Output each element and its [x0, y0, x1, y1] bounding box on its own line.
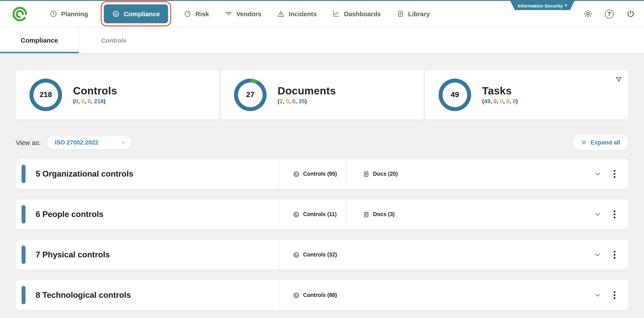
expand-row-chevron-icon[interactable]	[594, 171, 601, 177]
nav-item-library[interactable]: Library	[397, 10, 430, 17]
section-color-bar	[22, 286, 26, 304]
context-switcher-ribbon[interactable]: Information Security ▾	[510, 1, 574, 10]
view-toolbar: View as: ISO 27002:2022 Expand all	[16, 134, 628, 150]
summary-card-documents[interactable]: 27 Documents (2, 0, 0, 25)	[220, 70, 424, 120]
line-chart-icon	[332, 10, 340, 17]
app: Planning Compliance	[0, 0, 644, 318]
expand-all-button[interactable]: Expand all	[573, 134, 628, 150]
section-row-technological[interactable]: 8 Technological controls Controls (88)	[16, 280, 628, 310]
breakdown-value: 0	[88, 98, 91, 104]
gear-icon[interactable]	[583, 9, 592, 18]
warning-triangle-icon	[277, 10, 285, 17]
risk-gauge-icon	[184, 10, 192, 17]
controls-seal-icon	[293, 251, 300, 258]
section-controls-link[interactable]: Controls (32)	[280, 240, 346, 270]
section-controls-link[interactable]: Controls (11)	[280, 199, 346, 229]
section-title: 8 Technological controls	[36, 290, 131, 300]
expand-all-label: Expand all	[590, 139, 620, 146]
nav-item-dashboards[interactable]: Dashboards	[332, 10, 381, 17]
breakdown-value: 0	[500, 98, 503, 104]
tab-compliance[interactable]: Compliance	[0, 27, 79, 53]
summary-cards: 218 Controls (0, 0, 0, 218) 27 Documents…	[16, 70, 628, 120]
summary-card-controls[interactable]: 218 Controls (0, 0, 0, 218)	[16, 70, 219, 120]
nav-item-risk[interactable]: Risk	[184, 10, 209, 17]
breakdown-value: 0	[75, 98, 78, 104]
nav-label: Risk	[196, 10, 209, 17]
breakdown-value: 0	[494, 98, 497, 104]
breakdown-value: 218	[94, 98, 104, 104]
section-color-bar	[22, 246, 26, 264]
breakdown-value: 25	[299, 98, 305, 104]
controls-seal-icon	[293, 211, 300, 218]
tab-controls[interactable]: Controls	[79, 27, 126, 53]
eramba-logo[interactable]	[11, 5, 28, 23]
nav-label: Library	[408, 10, 430, 17]
section-controls-link[interactable]: Controls (95)	[280, 159, 346, 189]
clock-icon	[50, 10, 57, 17]
controls-seal-icon	[293, 171, 300, 177]
view-as-label: View as:	[16, 139, 41, 146]
card-title: Documents	[278, 85, 336, 97]
nav-label: Compliance	[124, 10, 160, 17]
section-docs-link[interactable]: Docs (20)	[346, 159, 398, 189]
breakdown-value: 0	[286, 98, 289, 104]
section-color-bar	[22, 165, 26, 183]
docs-count: Docs (3)	[373, 211, 395, 217]
documents-donut-chart: 27	[234, 79, 266, 111]
power-icon[interactable]	[626, 9, 635, 18]
compliance-icon	[112, 10, 120, 17]
control-sections-list: 5 Organizational controls Controls (95)	[16, 159, 628, 310]
controls-seal-icon	[293, 292, 300, 299]
chevron-down-icon	[121, 140, 126, 145]
card-title: Controls	[73, 85, 117, 97]
card-breakdown: (2, 0, 0, 25)	[278, 98, 336, 104]
row-menu-kebab-icon[interactable]	[612, 209, 618, 220]
section-controls-link[interactable]: Controls (88)	[280, 280, 346, 310]
docs-count: Docs (20)	[373, 171, 398, 177]
row-menu-kebab-icon[interactable]	[612, 249, 618, 260]
main-content: 218 Controls (0, 0, 0, 218) 27 Documents…	[0, 70, 644, 310]
nav-label: Dashboards	[344, 10, 381, 17]
breakdown-value: 49	[484, 98, 490, 104]
nav-item-incidents[interactable]: Incidents	[277, 10, 317, 17]
row-menu-kebab-icon[interactable]	[612, 168, 618, 180]
row-menu-kebab-icon[interactable]	[612, 290, 618, 301]
handshake-icon	[225, 10, 232, 17]
controls-count: Controls (88)	[303, 292, 337, 298]
breakdown-value: 0	[506, 98, 510, 104]
top-actions: ?	[583, 9, 635, 18]
document-icon	[397, 10, 404, 17]
tab-label: Compliance	[21, 36, 58, 44]
nav-item-planning[interactable]: Planning	[50, 10, 88, 17]
nav-item-compliance[interactable]: Compliance	[104, 4, 168, 23]
help-glyph: ?	[605, 9, 614, 18]
view-as-value: ISO 27002:2022	[55, 139, 98, 146]
section-title: 7 Physical controls	[36, 250, 110, 260]
context-label: Information Security	[518, 3, 562, 8]
main-nav: Planning Compliance	[50, 4, 430, 23]
tab-label: Controls	[101, 37, 126, 44]
expand-row-chevron-icon[interactable]	[594, 211, 601, 218]
view-as-dropdown[interactable]: ISO 27002:2022	[46, 135, 133, 150]
expand-row-chevron-icon[interactable]	[594, 292, 601, 299]
section-row-organizational[interactable]: 5 Organizational controls Controls (95)	[16, 159, 628, 189]
section-row-people[interactable]: 6 People controls Controls (11)	[16, 199, 628, 229]
top-navigation-bar: Planning Compliance	[0, 1, 644, 27]
donut-value: 49	[442, 83, 467, 107]
controls-count: Controls (32)	[303, 252, 337, 258]
nav-label: Vendors	[236, 10, 261, 17]
expand-row-chevron-icon[interactable]	[594, 251, 601, 258]
nav-item-vendors[interactable]: Vendors	[225, 10, 261, 17]
help-icon[interactable]: ?	[605, 9, 614, 18]
donut-value: 27	[238, 83, 262, 107]
summary-card-tasks[interactable]: 49 Tasks (49, 0, 0, 0, 0)	[425, 70, 628, 120]
section-docs-link[interactable]: Docs (3)	[346, 199, 395, 229]
card-breakdown: (49, 0, 0, 0, 0)	[482, 98, 518, 104]
nav-label: Planning	[61, 10, 88, 17]
breakdown-value: 2	[280, 98, 283, 104]
controls-count: Controls (11)	[303, 211, 337, 217]
breakdown-value: 0	[513, 98, 516, 104]
section-row-physical[interactable]: 7 Physical controls Controls (32)	[16, 240, 628, 270]
filter-icon[interactable]	[615, 76, 622, 85]
controls-count: Controls (95)	[303, 171, 337, 177]
